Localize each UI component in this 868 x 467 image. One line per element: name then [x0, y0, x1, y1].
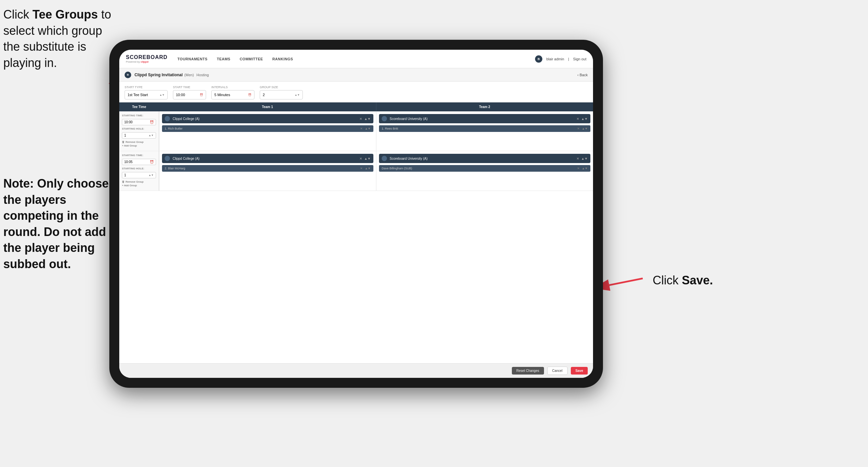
- add-group-1-button[interactable]: + Add Group: [122, 144, 156, 147]
- click-save-label: Click Save.: [653, 273, 713, 287]
- nav-committee[interactable]: COMMITTEE: [240, 57, 263, 61]
- sign-out-link[interactable]: Sign out: [573, 57, 586, 61]
- logo-powered: Powered by clippd: [126, 60, 168, 63]
- nav-tournaments[interactable]: TOURNAMENTS: [178, 57, 208, 61]
- player-1-2-x[interactable]: ✕: [360, 167, 363, 170]
- group-row-2: STARTING TIME: 10:05 ⏰ STARTING HOLE: 1 …: [119, 151, 593, 191]
- add-group-2-button[interactable]: + Add Group: [122, 184, 156, 187]
- group-2-team1-player-1[interactable]: 2. Blair McHarg ✕ ▲▼: [162, 165, 373, 172]
- intervals-select[interactable]: 5 Minutes ⏰: [211, 90, 254, 99]
- hosting-label: Hosting: [196, 73, 209, 77]
- group-1-team1-player-1[interactable]: 1. Rich Butler ✕ ▲▼: [162, 125, 373, 132]
- starting-time-val-1: 10:00: [124, 120, 132, 124]
- team2-entry-actions-1: ✕ ▲▼: [577, 117, 588, 121]
- group-row-1: STARTING TIME: 10:00 ⏰ STARTING HOLE: 1 …: [119, 111, 593, 151]
- player-2-1-chevron[interactable]: ▲▼: [582, 127, 588, 130]
- group-size-label: Group Size: [260, 86, 303, 89]
- remove-group-2-button[interactable]: 🗑 Remove Group: [122, 180, 156, 183]
- admin-avatar: B: [535, 55, 542, 63]
- team2-x-icon-1[interactable]: ✕: [577, 117, 579, 121]
- team2-chevron-1[interactable]: ▲▼: [581, 117, 588, 121]
- starting-hole-input-2[interactable]: 1 ▲▼: [122, 172, 156, 178]
- group-size-group: Group Size 2 ▲▼: [260, 86, 303, 99]
- instruction-text: Click Tee Groups to select which group t…: [3, 7, 113, 71]
- team2-dot-2: [382, 156, 387, 161]
- team1-chevron-2[interactable]: ▲▼: [364, 157, 371, 160]
- group-1-team2-entry[interactable]: Scoreboard University (A) ✕ ▲▼: [379, 114, 590, 123]
- start-type-select[interactable]: 1st Tee Start ▲▼: [125, 90, 168, 99]
- tablet-device: SCOREBOARD Powered by clippd TOURNAMENTS…: [109, 40, 603, 388]
- start-time-group: Start Time 10:00 ⏰: [173, 86, 206, 99]
- group-size-chevron: ▲▼: [294, 93, 300, 96]
- logo-scoreboard: SCOREBOARD: [126, 54, 168, 60]
- team2-dot-1: [382, 116, 387, 121]
- sub-header: B Clippd Spring Invitational (Men) Hosti…: [119, 68, 593, 82]
- starting-hole-label-1: STARTING HOLE:: [122, 127, 156, 130]
- nav-links: TOURNAMENTS TEAMS COMMITTEE RANKINGS: [178, 57, 535, 61]
- player-1-2-chevron[interactable]: ▲▼: [365, 167, 371, 170]
- team2-name-1: Scoreboard University (A): [390, 117, 577, 121]
- group-2-team2-cell: Scoreboard University (A) ✕ ▲▼ Dave Bill…: [376, 151, 593, 191]
- time-icon-2: ⏰: [150, 160, 154, 164]
- save-bold: Save.: [682, 273, 713, 287]
- player-2-2-x[interactable]: ✕: [577, 167, 580, 170]
- starting-hole-label-2: STARTING HOLE:: [122, 167, 156, 170]
- group-size-select[interactable]: 2 ▲▼: [260, 90, 303, 99]
- logo-area: SCOREBOARD Powered by clippd: [126, 54, 168, 63]
- time-icon-1: ⏰: [150, 120, 154, 124]
- player-1-1-x[interactable]: ✕: [360, 127, 363, 130]
- nav-teams[interactable]: TEAMS: [217, 57, 230, 61]
- nav-right: B blair admin | Sign out: [535, 55, 586, 63]
- player-2-1-name: 1. Rees Britt: [382, 127, 398, 130]
- group-2-team1-entry[interactable]: Clippd College (A) ✕ ▲▼: [162, 154, 373, 163]
- intervals-icon: ⏰: [248, 93, 251, 96]
- trash-icon-1: 🗑: [122, 141, 125, 144]
- starting-hole-val-1: 1: [124, 134, 126, 137]
- team2-chevron-2[interactable]: ▲▼: [581, 157, 588, 160]
- hole-chevron-2: ▲▼: [148, 174, 154, 177]
- player-1-1-chevron[interactable]: ▲▼: [365, 127, 371, 130]
- trash-icon-2: 🗑: [122, 180, 125, 183]
- player-2-2-chevron[interactable]: ▲▼: [582, 167, 588, 170]
- tee-groups-table: Tee Time Team 1 Team 2 STARTING TIME: 10…: [119, 103, 593, 363]
- remove-group-1-button[interactable]: 🗑 Remove Group: [122, 141, 156, 144]
- group-1-team2-player-1[interactable]: 1. Rees Britt ✕ ▲▼: [379, 125, 590, 132]
- start-time-value: 10:00: [176, 93, 185, 97]
- group-1-team1-cell: Clippd College (A) ✕ ▲▼ 1. Rich Butler ✕…: [159, 111, 376, 151]
- group-2-team2-player-1[interactable]: Dave Billingham (SUB) ✕ ▲▼: [379, 165, 590, 172]
- main-content: Start Type 1st Tee Start ▲▼ Start Time 1…: [119, 82, 593, 378]
- admin-label: blair admin: [546, 57, 564, 61]
- tablet-screen: SCOREBOARD Powered by clippd TOURNAMENTS…: [119, 50, 593, 378]
- group-1-actions: 🗑 Remove Group + Add Group: [122, 141, 156, 147]
- team1-x-icon-2[interactable]: ✕: [360, 157, 362, 160]
- starting-hole-val-2: 1: [124, 173, 126, 177]
- player-2-1-actions: ✕ ▲▼: [577, 127, 588, 130]
- starting-time-input-2[interactable]: 10:05 ⏰: [122, 159, 156, 165]
- team1-name-1: Clippd College (A): [173, 117, 360, 121]
- reset-changes-button[interactable]: Reset Changes: [512, 367, 544, 375]
- start-type-group: Start Type 1st Tee Start ▲▼: [125, 86, 168, 99]
- team1-dot-2: [165, 156, 170, 161]
- team1-x-icon-1[interactable]: ✕: [360, 117, 362, 121]
- back-button[interactable]: ‹ Back: [578, 73, 588, 77]
- team1-name-2: Clippd College (A): [173, 157, 360, 160]
- intervals-value: 5 Minutes: [214, 93, 230, 97]
- th-team1: Team 1: [159, 103, 376, 111]
- th-tee-time: Tee Time: [119, 103, 159, 111]
- start-options-bar: Start Type 1st Tee Start ▲▼ Start Time 1…: [119, 82, 593, 103]
- team2-x-icon-2[interactable]: ✕: [577, 157, 579, 160]
- start-type-chevron: ▲▼: [159, 93, 165, 96]
- team1-chevron-1[interactable]: ▲▼: [364, 117, 371, 121]
- group-1-team1-entry[interactable]: Clippd College (A) ✕ ▲▼: [162, 114, 373, 123]
- player-1-2-actions: ✕ ▲▼: [360, 167, 371, 170]
- player-2-1-x[interactable]: ✕: [577, 127, 580, 130]
- starting-time-input-1[interactable]: 10:00 ⏰: [122, 119, 156, 125]
- cancel-button[interactable]: Cancel: [547, 367, 567, 375]
- group-2-team2-entry[interactable]: Scoreboard University (A) ✕ ▲▼: [379, 154, 590, 163]
- nav-rankings[interactable]: RANKINGS: [272, 57, 293, 61]
- player-1-1-actions: ✕ ▲▼: [360, 127, 371, 130]
- start-time-input[interactable]: 10:00 ⏰: [173, 90, 206, 99]
- start-time-icon: ⏰: [200, 93, 203, 96]
- starting-hole-input-1[interactable]: 1 ▲▼: [122, 132, 156, 139]
- save-button[interactable]: Save: [571, 367, 588, 375]
